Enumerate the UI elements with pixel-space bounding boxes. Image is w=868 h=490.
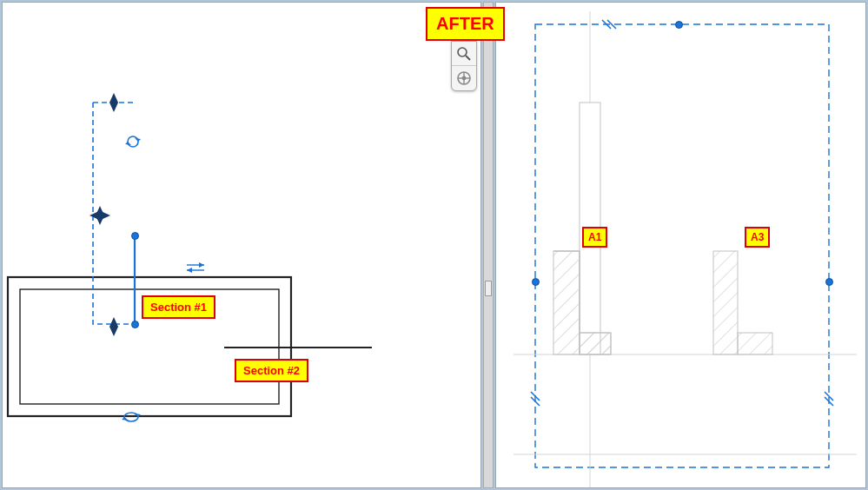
svg-line-38 bbox=[531, 392, 540, 401]
svg-line-39 bbox=[531, 397, 540, 406]
svg-rect-35 bbox=[738, 333, 772, 354]
crop-handle-left[interactable] bbox=[532, 278, 540, 286]
svg-line-41 bbox=[825, 397, 833, 406]
svg-line-36 bbox=[602, 20, 611, 29]
svg-line-40 bbox=[825, 392, 833, 401]
svg-line-21 bbox=[466, 56, 470, 60]
annotation-section-1: Section #1 bbox=[142, 295, 215, 319]
svg-marker-12 bbox=[135, 138, 141, 142]
left-drawing-viewport[interactable]: Section #1 Section #2 bbox=[2, 2, 481, 488]
svg-line-37 bbox=[607, 20, 616, 29]
svg-marker-8 bbox=[89, 211, 99, 220]
svg-marker-6 bbox=[96, 206, 104, 215]
svg-point-23 bbox=[462, 76, 467, 81]
svg-point-22 bbox=[458, 72, 470, 84]
svg-marker-11 bbox=[109, 327, 118, 336]
svg-rect-33 bbox=[580, 333, 611, 354]
steering-icon bbox=[456, 70, 472, 86]
svg-point-20 bbox=[458, 48, 467, 56]
svg-marker-13 bbox=[125, 142, 131, 145]
svg-rect-26 bbox=[535, 24, 829, 467]
splitter-grip[interactable] bbox=[485, 281, 492, 296]
annotation-a3: A3 bbox=[745, 227, 770, 248]
crop-handle-right[interactable] bbox=[825, 278, 833, 286]
view-tool-palette bbox=[451, 41, 477, 91]
annotation-a1: A1 bbox=[582, 227, 607, 248]
steering-tool-button[interactable] bbox=[452, 66, 476, 90]
magnifier-tool-button[interactable] bbox=[452, 42, 476, 66]
svg-marker-15 bbox=[199, 262, 204, 268]
right-drawing-svg bbox=[496, 3, 868, 489]
svg-marker-17 bbox=[187, 268, 192, 273]
svg-rect-34 bbox=[713, 251, 738, 354]
crop-handle-top[interactable] bbox=[675, 21, 683, 29]
left-drawing-svg bbox=[3, 3, 482, 489]
annotation-section-2: Section #2 bbox=[235, 359, 308, 382]
svg-marker-18 bbox=[134, 414, 141, 417]
svg-marker-4 bbox=[109, 93, 118, 103]
annotation-after: AFTER bbox=[426, 7, 505, 41]
svg-marker-10 bbox=[109, 317, 118, 327]
right-drawing-viewport[interactable]: A1 A3 bbox=[495, 2, 866, 488]
svg-marker-7 bbox=[96, 215, 104, 225]
section-endpoint-handle[interactable] bbox=[131, 232, 139, 240]
svg-marker-5 bbox=[109, 103, 118, 112]
svg-marker-19 bbox=[122, 417, 129, 420]
viewport-splitter[interactable] bbox=[483, 2, 494, 488]
svg-rect-32 bbox=[553, 251, 580, 354]
magnifier-icon bbox=[456, 46, 472, 62]
svg-marker-9 bbox=[101, 211, 110, 220]
section-endpoint-handle[interactable] bbox=[131, 321, 139, 328]
